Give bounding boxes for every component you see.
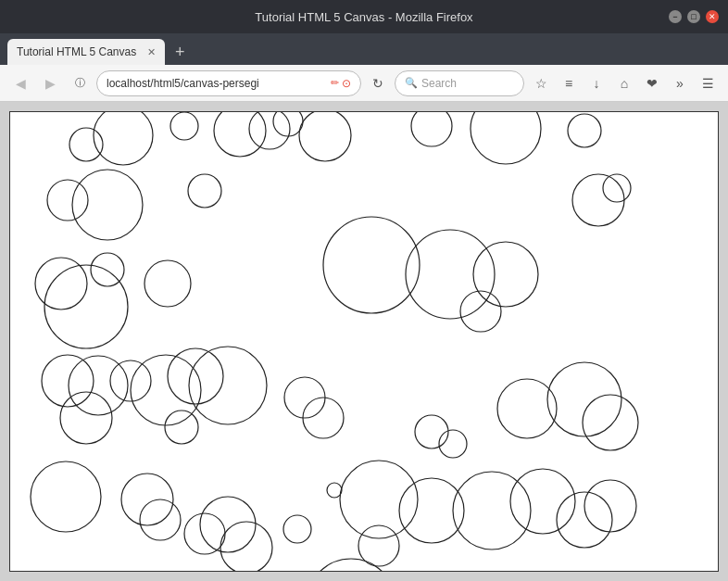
tab-close-button[interactable]: ✕ xyxy=(147,46,156,58)
menu-button[interactable]: ☰ xyxy=(695,70,721,96)
back-button[interactable]: ◀ xyxy=(7,70,33,96)
search-bar[interactable]: 🔍 Search xyxy=(395,70,524,96)
maximize-button[interactable]: □ xyxy=(687,10,700,23)
forward-button[interactable]: ▶ xyxy=(37,70,63,96)
content-area xyxy=(0,102,728,581)
new-tab-button[interactable]: + xyxy=(167,39,193,65)
home-button[interactable]: ⌂ xyxy=(611,70,637,96)
bookmark-button[interactable]: ☆ xyxy=(528,70,554,96)
search-icon: 🔍 xyxy=(405,77,418,89)
address-bar-icons: ✏ ⊙ xyxy=(331,77,351,90)
ubuntu-icon: ⊙ xyxy=(342,77,351,90)
titlebar: Tutorial HTML 5 Canvas - Mozilla Firefox… xyxy=(0,0,728,33)
reader-button[interactable]: ≡ xyxy=(556,70,582,96)
navbar: ◀ ▶ ⓘ localhost/html5/canvas-persegi ✏ ⊙… xyxy=(0,65,728,102)
tab-label: Tutorial HTML 5 Canvas xyxy=(17,45,136,58)
info-button[interactable]: ⓘ xyxy=(67,70,93,96)
edit-icon: ✏ xyxy=(331,77,339,89)
search-placeholder: Search xyxy=(421,77,457,90)
active-tab[interactable]: Tutorial HTML 5 Canvas ✕ xyxy=(7,39,165,65)
html5-canvas xyxy=(10,112,718,571)
download-button[interactable]: ↓ xyxy=(584,70,609,96)
address-bar[interactable]: localhost/html5/canvas-persegi ✏ ⊙ xyxy=(96,70,361,96)
minimize-button[interactable]: − xyxy=(669,10,682,23)
window-controls: − □ ✕ xyxy=(669,10,719,23)
pocket-button[interactable]: ❤ xyxy=(639,70,665,96)
toolbar-icons: ☆ ≡ ↓ ⌂ ❤ » ☰ xyxy=(528,70,721,96)
canvas-container xyxy=(9,111,719,572)
tabbar: Tutorial HTML 5 Canvas ✕ + xyxy=(0,33,728,65)
close-button[interactable]: ✕ xyxy=(706,10,719,23)
window-title: Tutorial HTML 5 Canvas - Mozilla Firefox xyxy=(255,10,472,24)
url-text: localhost/html5/canvas-persegi xyxy=(107,77,259,90)
more-button[interactable]: » xyxy=(667,70,693,96)
reload-button[interactable]: ↻ xyxy=(365,70,391,96)
